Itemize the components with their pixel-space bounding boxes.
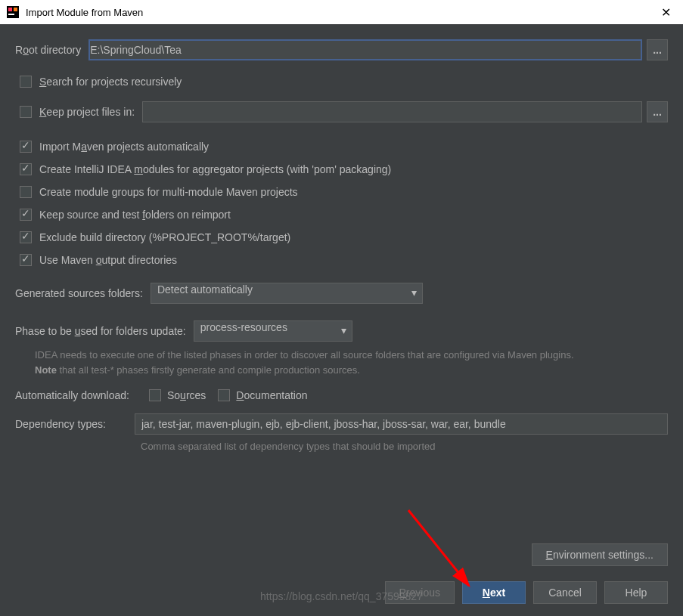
browse-keep-button[interactable]: ... bbox=[647, 101, 668, 122]
generated-folders-label: Generated sources folders: bbox=[15, 287, 143, 299]
environment-settings-button[interactable]: Environment settings... bbox=[532, 543, 668, 566]
auto-download-row: Automatically download: Sources Document… bbox=[15, 389, 668, 401]
create-modules-label: Create IntelliJ IDEA modules for aggrega… bbox=[39, 163, 391, 175]
root-directory-row: Root directory E:\SpringCloud\Tea ... bbox=[15, 39, 668, 60]
dep-types-row: Dependency types: bbox=[15, 413, 668, 435]
next-button[interactable]: Next bbox=[462, 581, 526, 604]
dep-types-input[interactable] bbox=[135, 413, 668, 435]
button-bar: Previous Next Cancel Help bbox=[15, 581, 668, 604]
help-button[interactable]: Help bbox=[604, 581, 668, 604]
app-icon bbox=[6, 5, 20, 19]
browse-root-button[interactable]: ... bbox=[647, 39, 668, 60]
previous-button: Previous bbox=[385, 581, 455, 604]
svg-rect-1 bbox=[8, 8, 12, 11]
generated-folders-row: Generated sources folders: Detect automa… bbox=[15, 283, 668, 304]
use-output-label: Use Maven output directories bbox=[39, 254, 177, 266]
dialog-content: Root directory E:\SpringCloud\Tea ... Se… bbox=[0, 24, 683, 452]
phase-select[interactable]: process-resources bbox=[194, 320, 352, 342]
import-auto-checkbox[interactable] bbox=[20, 141, 32, 153]
keep-project-files-checkbox[interactable] bbox=[20, 106, 32, 118]
search-recursively-label: Search for projects recursively bbox=[39, 76, 182, 88]
svg-line-4 bbox=[408, 510, 469, 586]
docs-checkbox[interactable] bbox=[218, 389, 230, 401]
create-modules-checkbox[interactable] bbox=[20, 163, 32, 175]
exclude-build-label: Exclude build directory (%PROJECT_ROOT%/… bbox=[39, 231, 290, 243]
keep-project-files-input[interactable] bbox=[142, 101, 642, 122]
root-directory-input[interactable]: E:\SpringCloud\Tea bbox=[88, 39, 642, 60]
window-title: Import Module from Maven bbox=[26, 7, 143, 18]
phase-row: Phase to be used for folders update: pro… bbox=[15, 320, 668, 342]
create-groups-checkbox[interactable] bbox=[20, 186, 32, 198]
keep-source-label: Keep source and test folders on reimport bbox=[39, 209, 231, 221]
cancel-button[interactable]: Cancel bbox=[533, 581, 597, 604]
use-output-checkbox[interactable] bbox=[20, 254, 32, 266]
keep-project-files-label: Keep project files in: bbox=[39, 106, 135, 118]
exclude-build-checkbox[interactable] bbox=[20, 231, 32, 243]
docs-label: Documentation bbox=[236, 389, 307, 401]
dep-types-hint: Comma separated list of dependency types… bbox=[141, 441, 668, 452]
keep-source-checkbox[interactable] bbox=[20, 209, 32, 221]
auto-download-label: Automatically download: bbox=[15, 389, 129, 401]
generated-folders-select[interactable]: Detect automatically bbox=[151, 283, 423, 304]
phase-label: Phase to be used for folders update: bbox=[15, 325, 186, 337]
dep-types-label: Dependency types: bbox=[15, 418, 127, 430]
root-directory-label: Root directory bbox=[15, 44, 81, 56]
close-icon[interactable]: ✕ bbox=[655, 5, 677, 20]
import-auto-label: Import Maven projects automatically bbox=[39, 141, 209, 153]
sources-checkbox[interactable] bbox=[149, 389, 161, 401]
svg-rect-2 bbox=[14, 8, 17, 11]
svg-rect-3 bbox=[8, 14, 14, 15]
phase-hint: IDEA needs to execute one of the listed … bbox=[35, 348, 668, 377]
search-recursively-checkbox[interactable] bbox=[20, 76, 32, 88]
sources-label: Sources bbox=[167, 389, 206, 401]
titlebar: Import Module from Maven ✕ bbox=[0, 0, 683, 24]
create-groups-label: Create module groups for multi-module Ma… bbox=[39, 186, 298, 198]
